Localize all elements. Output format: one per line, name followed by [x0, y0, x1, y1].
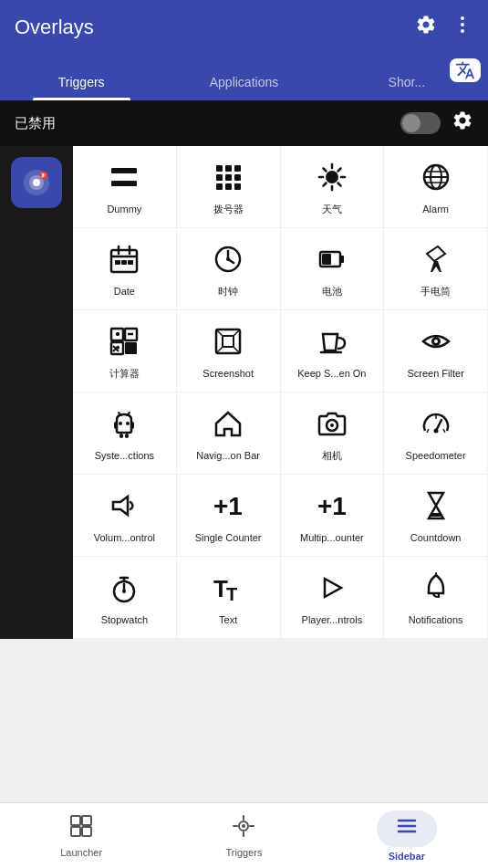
grid-item-speedometer-label: Speedometer: [406, 450, 466, 462]
svg-line-78: [427, 429, 429, 433]
tab-applications[interactable]: Applications: [162, 75, 325, 100]
svg-point-6: [33, 179, 40, 186]
nav-active-bg: [377, 810, 437, 847]
svg-line-25: [337, 183, 340, 186]
launcher-icon: [69, 814, 93, 843]
svg-point-89: [122, 590, 126, 593]
bell-icon: [420, 571, 452, 609]
svg-point-77: [433, 429, 438, 434]
grid-item-player-label: Player...ntrols: [302, 614, 363, 626]
nav-sidebar-label: Sidebar: [389, 851, 425, 862]
grid-item-screenfilter[interactable]: Screen Filter: [384, 310, 488, 392]
calendar-icon: [108, 243, 140, 280]
status-bar: 已禁用: [0, 100, 488, 146]
grid-item-date[interactable]: Date: [73, 228, 177, 310]
settings-icon[interactable]: [415, 14, 437, 41]
svg-point-19: [326, 171, 338, 183]
grid-item-volume[interactable]: Volum...ontrol: [73, 475, 177, 557]
grid-item-flashlight[interactable]: 手电筒: [384, 228, 488, 310]
app-grid: Dummy 拨号器: [73, 146, 488, 639]
grid-item-text-label: Text: [219, 614, 237, 626]
svg-rect-95: [82, 816, 91, 825]
svg-rect-39: [128, 260, 133, 265]
grid-item-battery[interactable]: 电池: [281, 228, 385, 310]
grid-item-dialer-label: 拨号器: [213, 204, 244, 215]
svg-rect-18: [234, 183, 241, 190]
grid-area: Dummy 拨号器: [0, 146, 488, 639]
svg-point-75: [330, 424, 334, 427]
grid-item-keepon[interactable]: Keep S...en On: [281, 310, 385, 392]
nav-sidebar[interactable]: Sidebar: [326, 803, 488, 869]
nav-launcher-label: Launcher: [60, 847, 102, 858]
grid-item-dummy-label: Dummy: [107, 204, 141, 215]
grid-item-screenshot-label: Screenshot: [202, 368, 254, 380]
app-avatar[interactable]: [11, 157, 62, 208]
svg-rect-10: [216, 165, 223, 172]
svg-text:+1: +1: [213, 492, 243, 520]
grid-item-alarm-label: Alarm: [422, 204, 449, 215]
camera-icon: [316, 407, 348, 444]
svg-point-1: [461, 23, 464, 26]
grid-item-keepon-label: Keep S...en On: [297, 368, 366, 380]
grid-item-screenshot[interactable]: Screenshot: [177, 310, 281, 392]
translate-badge[interactable]: [450, 58, 481, 82]
grid-item-notifications-label: Notifications: [409, 614, 463, 626]
svg-line-24: [323, 169, 326, 172]
svg-rect-9: [111, 181, 137, 186]
tab-triggers[interactable]: Triggers: [0, 75, 162, 100]
grid-item-multi-counter[interactable]: +1 Multip...ounter: [281, 475, 385, 557]
nav-triggers[interactable]: Triggers: [162, 807, 325, 865]
grid-item-navbar[interactable]: Navig...on Bar: [177, 392, 281, 475]
grid-item-speedometer[interactable]: Speedometer: [384, 392, 488, 475]
grid-item-camera[interactable]: 相机: [281, 392, 385, 475]
grid-item-calculator[interactable]: 计算器: [73, 310, 177, 392]
svg-rect-94: [71, 816, 80, 825]
more-options-icon[interactable]: [452, 14, 473, 41]
svg-point-2: [461, 29, 464, 33]
status-gear-icon[interactable]: [452, 110, 473, 137]
app-title: Overlays: [15, 16, 94, 39]
grid-item-dialer[interactable]: 拨号器: [177, 146, 281, 228]
grid-item-notifications[interactable]: Notifications: [384, 557, 488, 639]
grid-item-date-label: Date: [114, 286, 135, 298]
header: Overlays: [0, 0, 488, 55]
enabled-toggle[interactable]: [400, 112, 441, 134]
grid-item-flashlight-label: 手电筒: [421, 286, 451, 298]
nav-launcher[interactable]: Launcher: [0, 807, 162, 865]
svg-rect-84: [431, 513, 441, 517]
grid-item-single-counter[interactable]: +1 Single Counter: [177, 475, 281, 557]
screenshot-icon: [212, 325, 244, 362]
svg-point-99: [242, 824, 245, 828]
grid-item-clock[interactable]: 时钟: [177, 228, 281, 310]
left-sidebar: [0, 146, 73, 639]
hourglass-icon: [420, 489, 452, 527]
svg-text:T: T: [226, 584, 237, 604]
svg-marker-81: [113, 497, 128, 515]
flashlight-icon: [420, 243, 452, 280]
grid-item-text[interactable]: T T Text: [177, 557, 281, 639]
grid-item-stopwatch[interactable]: Stopwatch: [73, 557, 177, 639]
eye-icon: [420, 325, 452, 362]
grid-item-calculator-label: 计算器: [109, 368, 140, 380]
grid-item-alarm[interactable]: Alarm: [384, 146, 488, 228]
svg-marker-92: [325, 579, 341, 597]
grid-item-system[interactable]: Syste...ctions: [73, 392, 177, 475]
header-icons: [415, 14, 473, 41]
grid-item-player[interactable]: Player...ntrols: [281, 557, 385, 639]
svg-rect-58: [223, 336, 234, 347]
grid-item-dummy[interactable]: Dummy: [73, 146, 177, 228]
svg-line-27: [323, 183, 326, 186]
grid-item-navbar-label: Navig...on Bar: [196, 450, 260, 462]
status-controls: [400, 110, 473, 137]
svg-rect-68: [119, 434, 123, 438]
svg-rect-97: [82, 827, 91, 836]
toggle-knob: [402, 114, 421, 132]
svg-point-43: [226, 257, 230, 261]
svg-rect-45: [322, 254, 331, 265]
plus1-icon: +1: [212, 489, 244, 527]
grid-item-weather[interactable]: 天气: [281, 146, 385, 228]
svg-point-72: [119, 422, 122, 425]
svg-point-65: [434, 340, 438, 343]
grid-item-countdown[interactable]: Countdown: [384, 475, 488, 557]
grid-item-countdown-label: Countdown: [410, 532, 462, 544]
